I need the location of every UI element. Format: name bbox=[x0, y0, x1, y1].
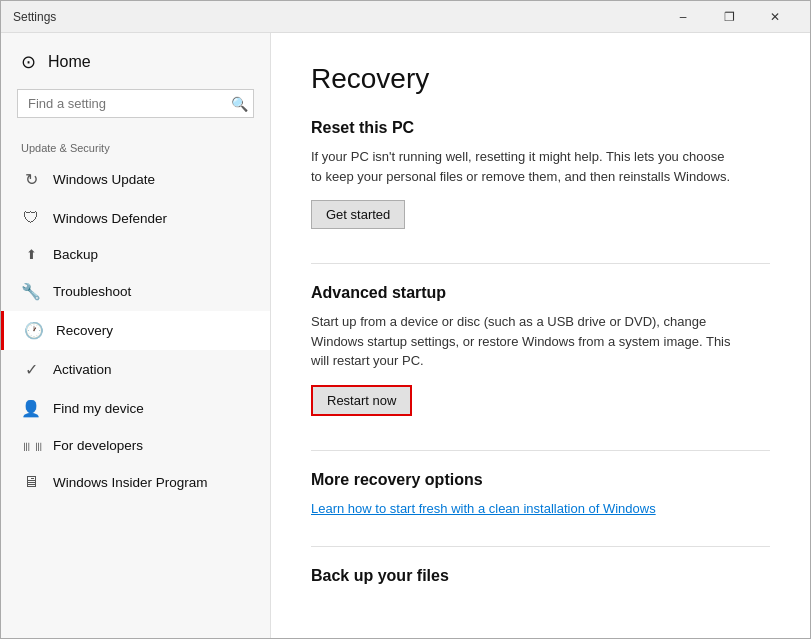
advanced-startup-title: Advanced startup bbox=[311, 284, 770, 302]
search-box-container: 🔍 bbox=[17, 89, 254, 118]
recovery-icon: 🕐 bbox=[24, 321, 44, 340]
windows-update-icon: ↻ bbox=[21, 170, 41, 189]
windows-defender-icon: 🛡 bbox=[21, 209, 41, 227]
window-controls: – ❐ ✕ bbox=[660, 1, 798, 33]
sidebar-item-label: Troubleshoot bbox=[53, 284, 131, 299]
sidebar-item-label: Recovery bbox=[56, 323, 113, 338]
sidebar-home-label: Home bbox=[48, 53, 91, 71]
reset-pc-desc: If your PC isn't running well, resetting… bbox=[311, 147, 731, 186]
close-button[interactable]: ✕ bbox=[752, 1, 798, 33]
divider-2 bbox=[311, 450, 770, 451]
sidebar-item-windows-update[interactable]: ↻ Windows Update bbox=[1, 160, 270, 199]
page-title: Recovery bbox=[311, 63, 770, 95]
restart-now-button[interactable]: Restart now bbox=[311, 385, 412, 416]
sidebar: ⊙ Home 🔍 Update & Security ↻ Windows Upd… bbox=[1, 33, 271, 639]
get-started-button[interactable]: Get started bbox=[311, 200, 405, 229]
sidebar-item-backup[interactable]: ⬆ Backup bbox=[1, 237, 270, 272]
sidebar-item-for-developers[interactable]: ⫼⫼ For developers bbox=[1, 428, 270, 463]
home-icon: ⊙ bbox=[21, 51, 36, 73]
divider-1 bbox=[311, 263, 770, 264]
app-body: ⊙ Home 🔍 Update & Security ↻ Windows Upd… bbox=[1, 33, 810, 639]
sidebar-item-troubleshoot[interactable]: 🔧 Troubleshoot bbox=[1, 272, 270, 311]
sidebar-item-windows-insider[interactable]: 🖥 Windows Insider Program bbox=[1, 463, 270, 501]
sidebar-item-label: Find my device bbox=[53, 401, 144, 416]
main-content: Recovery Reset this PC If your PC isn't … bbox=[271, 33, 810, 639]
sidebar-item-label: Windows Insider Program bbox=[53, 475, 208, 490]
sidebar-item-recovery[interactable]: 🕐 Recovery bbox=[1, 311, 270, 350]
sidebar-item-label: Windows Defender bbox=[53, 211, 167, 226]
advanced-startup-desc: Start up from a device or disc (such as … bbox=[311, 312, 731, 371]
sidebar-item-label: Activation bbox=[53, 362, 112, 377]
search-input[interactable] bbox=[17, 89, 254, 118]
minimize-button[interactable]: – bbox=[660, 1, 706, 33]
developers-icon: ⫼⫼ bbox=[21, 439, 41, 453]
find-device-icon: 👤 bbox=[21, 399, 41, 418]
more-recovery-title: More recovery options bbox=[311, 471, 770, 489]
section-label: Update & Security bbox=[1, 134, 270, 160]
divider-3 bbox=[311, 546, 770, 547]
app-title: Settings bbox=[13, 10, 660, 24]
sidebar-item-home[interactable]: ⊙ Home bbox=[1, 33, 270, 85]
sidebar-item-label: Windows Update bbox=[53, 172, 155, 187]
search-icon-button[interactable]: 🔍 bbox=[231, 96, 248, 112]
clean-install-link[interactable]: Learn how to start fresh with a clean in… bbox=[311, 501, 656, 516]
sidebar-item-windows-defender[interactable]: 🛡 Windows Defender bbox=[1, 199, 270, 237]
troubleshoot-icon: 🔧 bbox=[21, 282, 41, 301]
reset-pc-title: Reset this PC bbox=[311, 119, 770, 137]
sidebar-item-find-my-device[interactable]: 👤 Find my device bbox=[1, 389, 270, 428]
activation-icon: ✓ bbox=[21, 360, 41, 379]
sidebar-item-activation[interactable]: ✓ Activation bbox=[1, 350, 270, 389]
maximize-button[interactable]: ❐ bbox=[706, 1, 752, 33]
title-bar: Settings – ❐ ✕ bbox=[1, 1, 810, 33]
backup-files-title: Back up your files bbox=[311, 567, 770, 585]
insider-icon: 🖥 bbox=[21, 473, 41, 491]
sidebar-item-label: Backup bbox=[53, 247, 98, 262]
sidebar-item-label: For developers bbox=[53, 438, 143, 453]
backup-icon: ⬆ bbox=[21, 247, 41, 262]
